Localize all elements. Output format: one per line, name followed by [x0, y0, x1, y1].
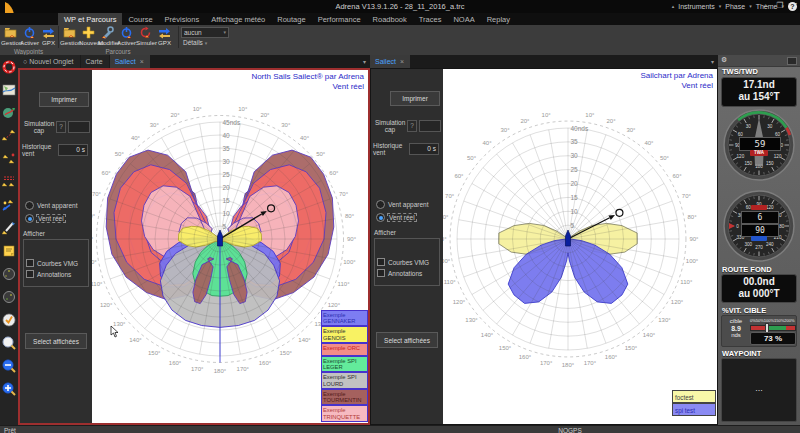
vit-gauge-bar	[750, 325, 796, 331]
historique-vent-label: Historique vent	[22, 143, 56, 157]
imprimer-button[interactable]: Imprimer	[39, 92, 89, 107]
route-waypoints-icon[interactable]	[2, 129, 16, 143]
svg-text:10: 10	[223, 210, 231, 217]
radio-icon	[376, 200, 385, 209]
waypoint-goto-icon[interactable]	[2, 198, 16, 212]
phase-menu[interactable]: Phase	[725, 3, 745, 10]
wrench-icon	[101, 26, 114, 39]
select-affichees-button[interactable]: Select affichées	[25, 333, 87, 349]
vent-apparent-radio[interactable]: Vent apparent	[371, 200, 443, 209]
waypoint-marks-icon[interactable]	[2, 152, 16, 166]
historique-vent-input[interactable]: 0 s	[409, 143, 439, 155]
select-affichees-button[interactable]: Select affichées	[376, 332, 438, 348]
historique-vent-input[interactable]: 0 s	[58, 144, 88, 156]
legend-item[interactable]: Exemple TRINQUETTE	[321, 405, 368, 422]
zoom-in-icon[interactable]	[2, 382, 16, 396]
select-check-icon[interactable]	[2, 313, 16, 327]
annotations-checkbox[interactable]: Annotations	[375, 269, 439, 277]
legend-item[interactable]: foctest	[672, 390, 716, 403]
imprimer-button[interactable]: Imprimer	[390, 91, 440, 106]
courbes-vmg-checkbox[interactable]: Courbes VMG	[24, 259, 88, 267]
menu-tab-traces[interactable]: Traces	[413, 13, 448, 25]
menu-tab-roadbook[interactable]: Roadbook	[367, 13, 413, 25]
zoom-out-icon[interactable]	[2, 359, 16, 373]
svg-text:60°: 60°	[454, 173, 464, 179]
legend-item[interactable]: Exemple GENNAKER	[321, 310, 368, 327]
tab-overflow-icon[interactable]: ▾	[711, 58, 714, 65]
globe-route-icon[interactable]	[2, 106, 16, 120]
afficher-group-label: Afficher	[23, 230, 89, 237]
man-overboard-icon[interactable]	[2, 60, 16, 74]
tab-nouvel-onglet[interactable]: ○ Nouvel Onglet	[18, 55, 80, 68]
chart-map-icon[interactable]	[2, 83, 16, 97]
details-dropdown[interactable]: Détails ▾	[183, 39, 207, 46]
vent-apparent-radio[interactable]: Vent apparent	[20, 201, 92, 210]
menu-tab-noaa[interactable]: NOAA	[447, 13, 480, 25]
tab-sailect-left[interactable]: Sailect×	[110, 55, 150, 68]
tab-carte[interactable]: Carte	[81, 55, 109, 68]
vent-reel-radio[interactable]: Vent réel	[371, 213, 443, 222]
svg-text:45nds: 45nds	[223, 119, 241, 126]
legend-item[interactable]: Exemple ORC	[321, 343, 368, 356]
map-tools-strip	[0, 55, 18, 425]
svg-text:100°: 100°	[686, 258, 699, 264]
tws-twd-label: TWS/TWD	[718, 67, 800, 76]
close-tab-icon[interactable]: ×	[140, 58, 144, 65]
simulation-cap-input[interactable]	[419, 120, 441, 132]
svg-text:150: 150	[744, 161, 752, 166]
simulation-help-badge: ?	[407, 120, 417, 132]
chevron-down-icon: ▾	[223, 28, 226, 37]
menu-tab-previsions[interactable]: Prévisions	[159, 13, 206, 25]
annotations-checkbox[interactable]: Annotations	[24, 270, 88, 278]
tab-sailect-right[interactable]: Sailect×	[370, 55, 410, 68]
power-icon	[23, 26, 36, 39]
waypoint-list-icon[interactable]	[2, 175, 16, 189]
folder-icon	[4, 26, 17, 39]
compass-top-tag	[751, 205, 767, 210]
svg-text:120: 120	[766, 205, 774, 210]
dial-icon[interactable]	[2, 290, 16, 304]
legend-item[interactable]: spi test	[672, 403, 716, 416]
legend-item[interactable]: Exemple SPI LOURD	[321, 372, 368, 389]
note-icon[interactable]	[2, 244, 16, 258]
legend-item[interactable]: Exemple TOURMENTIN	[321, 389, 368, 406]
simulation-help-badge: ?	[56, 121, 66, 133]
collapse-ribbon-icon[interactable]: ▴	[672, 3, 675, 9]
instruments-menu[interactable]: Instruments	[678, 3, 715, 10]
cible-value: cible 8.9 nds	[724, 318, 748, 339]
close-tab-icon[interactable]: ×	[400, 58, 404, 65]
menu-tab-course[interactable]: Course	[122, 13, 158, 25]
menu-tab-replay[interactable]: Replay	[481, 13, 516, 25]
legend-item[interactable]: Exemple GENOIS	[321, 326, 368, 343]
simulation-cap-input[interactable]	[68, 121, 90, 133]
vent-reel-radio[interactable]: Vent réel	[20, 214, 92, 223]
afficher-group: Courbes VMG Annotations	[374, 238, 440, 286]
waypoints-group-label: Waypoints	[0, 48, 57, 55]
afficher-group: Courbes VMG Annotations	[23, 239, 89, 287]
courbes-vmg-checkbox[interactable]: Courbes VMG	[375, 258, 439, 266]
help-button[interactable]: ?	[788, 2, 797, 11]
svg-text:150°: 150°	[625, 345, 638, 351]
route-dropdown[interactable]: aucun▾	[181, 27, 229, 38]
edit-mark-icon[interactable]	[2, 221, 16, 235]
tab-overflow-icon[interactable]: ▾	[363, 58, 366, 65]
chevron-down-icon: ▾	[719, 3, 722, 9]
svg-text:110°: 110°	[92, 281, 103, 287]
menu-tab-routage[interactable]: Routage	[271, 13, 311, 25]
menu-tab-affichage-meteo[interactable]: Affichage météo	[205, 13, 271, 25]
menu-tab-performance[interactable]: Performance	[312, 13, 367, 25]
svg-text:140°: 140°	[481, 332, 494, 338]
svg-text:30°: 30°	[626, 127, 636, 133]
polar-chart-sailchart[interactable]: 510152025303540nds10°10°20°20°30°30°40°4…	[443, 69, 717, 424]
sidebar-menu-icon[interactable]	[787, 57, 797, 65]
legend-item[interactable]: Exemple SPI LEGER	[321, 356, 368, 373]
svg-text:10°: 10°	[193, 106, 203, 112]
gear-icon[interactable]: ⚙	[721, 56, 727, 64]
tws-twd-display: 17.1nd au 154°T	[721, 77, 797, 107]
chart-title-right: Sailchart par Adrena Vent réel	[641, 71, 714, 91]
svg-text:140°: 140°	[298, 337, 311, 343]
menu-tab-wp-et-parcours[interactable]: WP et Parcours	[58, 13, 122, 25]
zoom-area-icon[interactable]	[2, 336, 16, 350]
dial-icon[interactable]	[2, 267, 16, 281]
theme-menu[interactable]: Thème	[756, 3, 778, 10]
